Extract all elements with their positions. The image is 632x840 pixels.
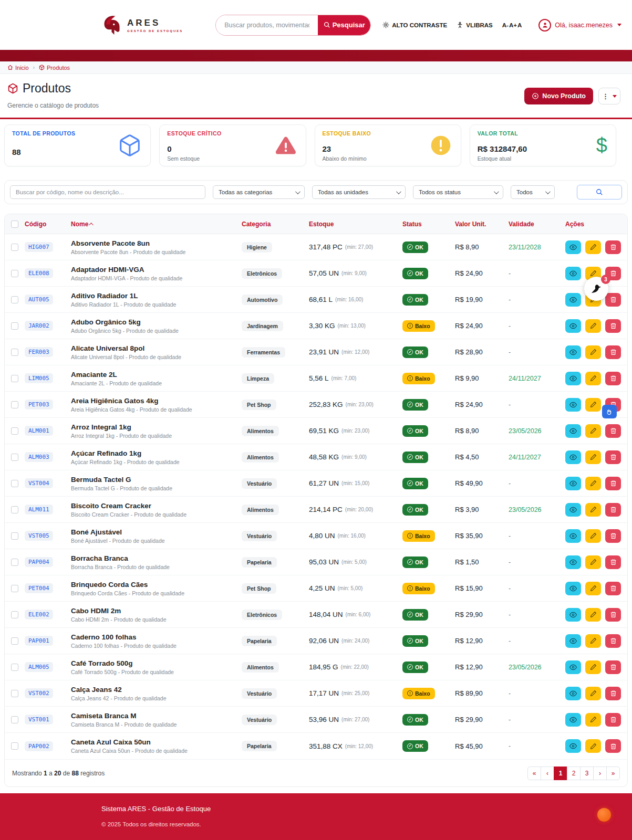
view-button[interactable] bbox=[565, 477, 581, 490]
page-button[interactable]: ‹ bbox=[541, 766, 554, 780]
delete-button[interactable] bbox=[605, 529, 621, 543]
edit-button[interactable] bbox=[585, 450, 601, 464]
view-button[interactable] bbox=[565, 345, 581, 359]
edit-button[interactable] bbox=[585, 608, 601, 622]
view-button[interactable] bbox=[565, 267, 581, 280]
edit-button[interactable] bbox=[585, 713, 601, 727]
row-checkbox[interactable] bbox=[11, 322, 18, 330]
view-button[interactable] bbox=[565, 450, 581, 464]
high-contrast-toggle[interactable]: ALTO CONTRASTE bbox=[382, 22, 447, 28]
product-code[interactable]: ALM011 bbox=[25, 505, 53, 514]
product-code[interactable]: JAR002 bbox=[25, 321, 53, 331]
misc-filter-select[interactable]: Todos bbox=[511, 185, 555, 199]
vlibras-widget-button[interactable] bbox=[602, 405, 617, 418]
font-decrease-button[interactable]: A- bbox=[502, 22, 509, 28]
row-checkbox[interactable] bbox=[11, 454, 18, 461]
edit-button[interactable] bbox=[585, 240, 601, 254]
delete-button[interactable] bbox=[605, 319, 621, 333]
font-reset-button[interactable]: A bbox=[517, 22, 522, 28]
row-checkbox[interactable] bbox=[11, 296, 18, 303]
page-button[interactable]: 1 bbox=[554, 766, 567, 780]
edit-button[interactable] bbox=[585, 687, 601, 700]
page-button[interactable]: 2 bbox=[567, 766, 581, 780]
column-status[interactable]: Status bbox=[402, 220, 455, 228]
view-button[interactable] bbox=[565, 582, 581, 595]
product-code[interactable]: PAP002 bbox=[25, 741, 53, 751]
column-price[interactable]: Valor Unit. bbox=[455, 220, 509, 228]
footer-floating-button[interactable] bbox=[597, 808, 611, 822]
page-button[interactable]: « bbox=[527, 766, 541, 780]
delete-button[interactable] bbox=[605, 739, 621, 753]
delete-button[interactable] bbox=[605, 240, 621, 254]
edit-button[interactable] bbox=[585, 345, 601, 359]
delete-button[interactable] bbox=[605, 713, 621, 727]
row-checkbox[interactable] bbox=[11, 375, 18, 382]
delete-button[interactable] bbox=[605, 634, 621, 648]
product-code[interactable]: PET003 bbox=[25, 400, 53, 410]
product-code[interactable]: PAP001 bbox=[25, 636, 53, 646]
product-code[interactable]: LIM005 bbox=[25, 373, 53, 383]
delete-button[interactable] bbox=[605, 424, 621, 438]
delete-button[interactable] bbox=[605, 293, 621, 307]
view-button[interactable] bbox=[565, 739, 581, 753]
product-code[interactable]: AUT005 bbox=[25, 295, 53, 304]
delete-button[interactable] bbox=[605, 450, 621, 464]
global-search-input[interactable] bbox=[216, 15, 318, 35]
status-filter-select[interactable]: Todos os status bbox=[413, 185, 503, 199]
row-checkbox[interactable] bbox=[11, 401, 18, 408]
delete-button[interactable] bbox=[605, 477, 621, 490]
product-code[interactable]: ELE002 bbox=[25, 610, 53, 620]
product-code[interactable]: FER003 bbox=[25, 347, 53, 357]
delete-button[interactable] bbox=[605, 687, 621, 700]
row-checkbox[interactable] bbox=[11, 611, 18, 618]
product-code[interactable]: VST001 bbox=[25, 715, 53, 724]
product-code[interactable]: VST002 bbox=[25, 688, 53, 698]
product-code[interactable]: ALM003 bbox=[25, 452, 53, 462]
page-button[interactable]: 3 bbox=[580, 766, 594, 780]
page-button[interactable]: › bbox=[593, 766, 607, 780]
product-code[interactable]: PET004 bbox=[25, 583, 53, 593]
view-button[interactable] bbox=[565, 660, 581, 674]
view-button[interactable] bbox=[565, 503, 581, 517]
delete-button[interactable] bbox=[605, 555, 621, 569]
column-category[interactable]: Categoria bbox=[242, 220, 309, 228]
app-logo[interactable]: ARES GESTÃO DE ESTOQUES bbox=[99, 13, 183, 37]
column-stock[interactable]: Estoque bbox=[309, 220, 402, 228]
edit-button[interactable] bbox=[585, 424, 601, 438]
product-code[interactable]: VST004 bbox=[25, 478, 53, 488]
row-checkbox[interactable] bbox=[11, 506, 18, 513]
product-code[interactable]: ALM001 bbox=[25, 426, 53, 436]
delete-button[interactable] bbox=[605, 660, 621, 674]
edit-button[interactable] bbox=[585, 634, 601, 648]
edit-button[interactable] bbox=[585, 739, 601, 753]
view-button[interactable] bbox=[565, 319, 581, 333]
breadcrumb-current[interactable]: Produtos bbox=[39, 65, 70, 71]
edit-button[interactable] bbox=[585, 503, 601, 517]
edit-button[interactable] bbox=[585, 319, 601, 333]
product-code[interactable]: PAP004 bbox=[25, 557, 53, 567]
row-checkbox[interactable] bbox=[11, 637, 18, 645]
vlibras-toggle[interactable]: VLIBRAS bbox=[457, 22, 492, 28]
edit-button[interactable] bbox=[585, 529, 601, 543]
unit-filter-select[interactable]: Todas as unidades bbox=[312, 185, 406, 199]
view-button[interactable] bbox=[565, 713, 581, 727]
page-button[interactable]: » bbox=[606, 766, 620, 780]
font-increase-button[interactable]: A+ bbox=[509, 22, 517, 28]
row-checkbox[interactable] bbox=[11, 480, 18, 487]
view-button[interactable] bbox=[565, 240, 581, 254]
view-button[interactable] bbox=[565, 634, 581, 648]
edit-button[interactable] bbox=[585, 582, 601, 595]
delete-button[interactable] bbox=[605, 503, 621, 517]
view-button[interactable] bbox=[565, 398, 581, 412]
row-checkbox[interactable] bbox=[11, 716, 18, 723]
edit-button[interactable] bbox=[585, 398, 601, 412]
product-code[interactable]: VST005 bbox=[25, 531, 53, 541]
assistant-widget-button[interactable]: 3 bbox=[584, 277, 608, 301]
column-code[interactable]: Código bbox=[25, 220, 71, 228]
filter-search-button[interactable] bbox=[577, 185, 622, 200]
view-button[interactable] bbox=[565, 293, 581, 307]
row-checkbox[interactable] bbox=[11, 742, 18, 750]
edit-button[interactable] bbox=[585, 372, 601, 385]
row-checkbox[interactable] bbox=[11, 427, 18, 435]
row-checkbox[interactable] bbox=[11, 690, 18, 697]
